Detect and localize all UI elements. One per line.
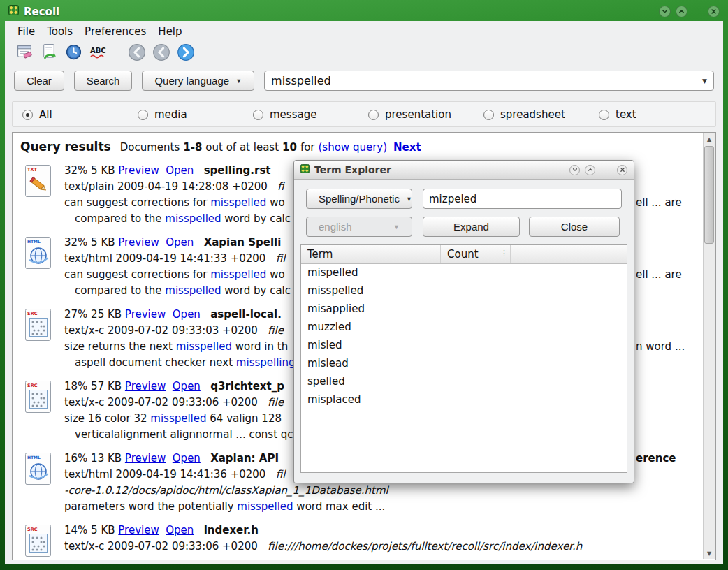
term-explorer-button[interactable]: ABC [89, 43, 108, 61]
open-link[interactable]: Open [166, 164, 194, 177]
file-path: file [268, 396, 284, 409]
search-button[interactable]: Search [74, 71, 133, 91]
preview-link[interactable]: Preview [118, 164, 159, 177]
term-results-table: Term Count ⋮ mispelledmisspelledmisappli… [300, 244, 627, 473]
term-row[interactable]: misapplied [301, 300, 627, 319]
result-text: 14% 5 KB [64, 524, 118, 536]
result-text: wo [266, 196, 284, 209]
query-results-title: Query results [20, 140, 111, 154]
term-row[interactable]: misled [301, 337, 627, 355]
dialog-close-button[interactable] [617, 165, 627, 175]
term-column-header[interactable]: Term [301, 245, 441, 263]
search-input[interactable] [271, 74, 702, 87]
result-text [159, 524, 166, 536]
filter-radio-media[interactable]: media [138, 108, 253, 121]
filter-label: message [270, 108, 316, 121]
previous-page-button[interactable] [152, 43, 170, 61]
term-row[interactable]: misplaced [301, 391, 627, 409]
filter-radio-text[interactable]: text [599, 108, 714, 121]
matched-term: misspelled [150, 412, 206, 425]
menu-file[interactable]: File [17, 25, 35, 38]
clear-button[interactable]: Clear [14, 71, 64, 91]
menu-preferences[interactable]: Preferences [85, 25, 146, 38]
result-text: wo [266, 268, 284, 281]
term-cell: mispelled [301, 264, 441, 282]
search-history-dropdown-arrow[interactable]: ▼ [702, 78, 707, 85]
search-row: Clear Search Query language ▼ ▼ [5, 65, 723, 97]
minimize-button[interactable] [659, 6, 671, 17]
language-label: english [319, 221, 352, 233]
filter-radio-presentation[interactable]: presentation [368, 108, 483, 121]
next-page-link[interactable]: Next [393, 141, 421, 154]
scroll-up-arrow[interactable]: ▲ [704, 133, 715, 145]
maximize-button[interactable] [676, 6, 687, 17]
result-text: can suggest corrections for [64, 196, 210, 209]
menu-help[interactable]: Help [158, 25, 182, 38]
radio-button-icon [483, 110, 494, 120]
term-row[interactable]: mispelled [301, 264, 627, 282]
count-cell [441, 319, 511, 337]
vertical-scrollbar[interactable]: ▲ ▼ [703, 133, 715, 559]
dialog-row-1: Spelling/Phonetic ▼ [306, 189, 622, 209]
titlebar[interactable]: Recoll [8, 3, 720, 20]
results-for-text: for [300, 141, 315, 154]
dialog-row-2: english ▼ Expand Close [306, 217, 622, 237]
preview-link[interactable]: Preview [125, 380, 166, 393]
matched-term: misspelled [165, 212, 221, 225]
filter-radio-all[interactable]: All [22, 108, 138, 121]
query-history-button[interactable] [64, 43, 83, 61]
scrollbar-thumb[interactable] [704, 146, 714, 244]
open-link[interactable]: Open [166, 524, 194, 536]
filter-radio-spreadsheet[interactable]: spreadsheet [483, 108, 599, 121]
occluded-text-fragment: ell ... are [636, 267, 682, 283]
scroll-down-arrow[interactable]: ▼ [704, 548, 715, 559]
result-text: text/html 2009-04-19 14:41:36 +0200 [64, 468, 276, 481]
filter-radio-message[interactable]: message [253, 108, 368, 121]
scrollbar-track[interactable] [704, 145, 715, 548]
open-link[interactable]: Open [173, 308, 201, 321]
term-explorer-titlebar[interactable]: Term Explorer [294, 161, 634, 180]
count-cell [441, 337, 511, 355]
preview-link[interactable]: Preview [125, 452, 166, 465]
query-language-label: Query language [154, 75, 229, 87]
term-row[interactable]: muzzled [301, 319, 627, 337]
result-title: indexer.h [204, 524, 259, 536]
term-row[interactable]: misspelled [301, 282, 627, 300]
menu-tools[interactable]: Tools [47, 25, 73, 38]
dialog-window-controls [569, 165, 627, 175]
dialog-minimize-button[interactable] [569, 165, 580, 175]
term-input[interactable] [423, 189, 622, 209]
close-dialog-button[interactable]: Close [529, 217, 620, 237]
column-resize-handle[interactable]: ⋮ [500, 249, 508, 258]
chevron-down-icon: ▼ [235, 78, 242, 85]
occluded-text-fragment: n word ... [636, 339, 685, 355]
expansion-mode-combobox[interactable]: Spelling/Phonetic ▼ [306, 189, 412, 209]
result-line: 14% 5 KB Preview Open indexer.h [64, 522, 702, 539]
preview-link[interactable]: Preview [125, 308, 166, 321]
query-language-combobox[interactable]: Query language ▼ [142, 71, 254, 91]
result-text: text/x-c 2009-07-02 09:33:06 +0200 [64, 540, 268, 553]
start-query-button[interactable] [40, 43, 59, 61]
result-title: q3richtext_p [210, 380, 284, 393]
term-cell: spelled [301, 373, 441, 391]
count-column-header[interactable]: Count ⋮ [441, 245, 511, 263]
term-row[interactable]: spelled [301, 373, 627, 391]
term-row[interactable]: mislead [301, 355, 627, 373]
next-page-button[interactable] [176, 43, 195, 61]
preview-link[interactable]: Preview [118, 524, 159, 536]
open-link[interactable]: Open [173, 380, 201, 393]
occluded-text-fragment: ell ... are [636, 195, 682, 211]
term-cell: misplaced [301, 391, 441, 409]
first-page-button[interactable] [127, 43, 146, 61]
open-link[interactable]: Open [166, 236, 194, 249]
erase-search-button[interactable] [15, 43, 34, 61]
show-query-link[interactable]: (show query) [319, 141, 388, 154]
dialog-maximize-button[interactable] [585, 165, 595, 175]
result-line: text/x-c 2009-07-02 09:33:06 +0200 file:… [64, 539, 702, 555]
preview-link[interactable]: Preview [118, 236, 159, 249]
count-cell [441, 264, 511, 282]
expand-button[interactable]: Expand [423, 217, 520, 237]
close-button[interactable] [708, 6, 720, 17]
open-link[interactable]: Open [173, 452, 201, 465]
term-explorer-dialog: Term Explorer Spelling/Phonetic ▼ englis… [293, 160, 634, 483]
